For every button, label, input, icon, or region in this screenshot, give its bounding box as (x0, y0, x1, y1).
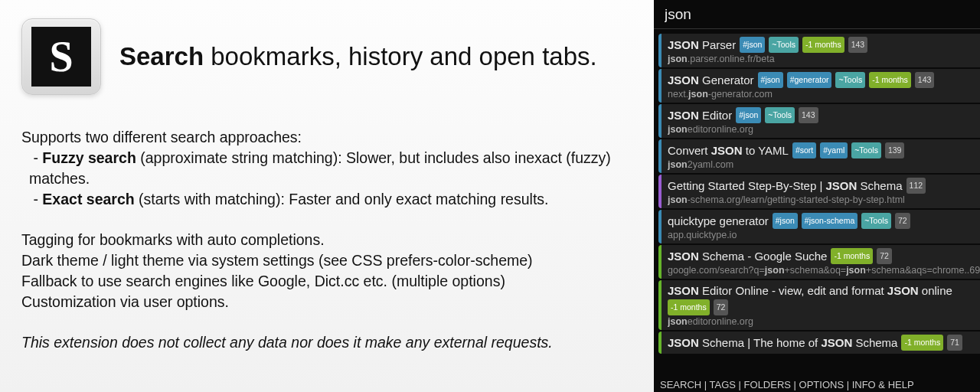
badge: -1 months (901, 335, 943, 351)
result-url: google.com/search?q=json+schema&oq=json+… (668, 265, 980, 276)
badge: 71 (947, 335, 962, 351)
badge: -1 months (802, 37, 844, 53)
badge: #json (758, 72, 783, 88)
result-title: JSON Schema | The home of JSON Schema-1 … (668, 335, 980, 351)
badge: #json (736, 107, 761, 123)
result-title: JSON Schema - Google Suche-1 months72 (668, 248, 980, 264)
result-url: json-schema.org/learn/getting-started-st… (668, 194, 980, 205)
footer-bar: SEARCH | TAGS | FOLDERS | OPTIONS | INFO… (654, 377, 980, 392)
search-input[interactable] (665, 6, 980, 23)
badge: #generator (787, 72, 832, 88)
result-item[interactable]: Convert JSON to YAML#sort#yaml~Tools139j… (658, 139, 980, 173)
badge: 143 (848, 37, 868, 53)
desc-disclaimer: This extension does not collect any data… (21, 334, 553, 351)
badge-row: -1 months72 (668, 299, 980, 315)
badge: 72 (895, 213, 910, 229)
results-list: JSON Parser#json~Tools-1 months143json.p… (654, 29, 980, 377)
logo-letter: S (31, 27, 91, 87)
result-item[interactable]: Getting Started Step-By-Step | JSON Sche… (658, 175, 980, 208)
badge: #json-schema (802, 213, 858, 229)
result-title: JSON Editor Online - view, edit and form… (668, 283, 980, 298)
badge: -1 months (831, 248, 873, 264)
result-item[interactable]: JSON Schema | The home of JSON Schema-1 … (658, 332, 980, 354)
badge: 72 (877, 248, 892, 264)
badge: ~Tools (851, 142, 881, 158)
result-url: jsoneditoronline.org (668, 316, 980, 327)
badge: 139 (885, 142, 905, 158)
badge: #json (773, 213, 798, 229)
result-title: Convert JSON to YAML#sort#yaml~Tools139 (668, 142, 980, 158)
desc-exact: - Exact search (starts with matching): F… (21, 189, 643, 210)
badge: #json (740, 37, 765, 53)
badge: ~Tools (835, 72, 865, 88)
desc-line6: Customization via user options. (21, 292, 643, 312)
result-title: quicktype generator#json#json-schema~Too… (668, 213, 980, 229)
badge: ~Tools (769, 37, 799, 53)
badge: -1 months (668, 299, 710, 315)
tagline: Search bookmarks, history and open tabs. (119, 42, 597, 71)
result-title: JSON Editor#json~Tools143 (668, 107, 980, 123)
desc-exact-label: Exact search (42, 191, 134, 207)
desc-fuzzy: - Fuzzy search (approximate string match… (21, 148, 643, 189)
desc-intro: Supports two different search approaches… (21, 127, 643, 148)
desc-line4: Dark theme / light theme via system sett… (21, 250, 643, 271)
badge: #yaml (820, 142, 848, 158)
result-item[interactable]: JSON Parser#json~Tools-1 months143json.p… (658, 34, 980, 67)
result-url: app.quicktype.io (668, 230, 980, 240)
desc-line5: Fallback to use search engines like Goog… (21, 271, 643, 292)
result-item[interactable]: JSON Editor Online - view, edit and form… (658, 280, 980, 330)
search-bar (654, 0, 980, 29)
result-title: Getting Started Step-By-Step | JSON Sche… (668, 178, 980, 194)
result-url: jsoneditoronline.org (668, 124, 980, 135)
result-url: json2yaml.com (668, 159, 980, 170)
result-item[interactable]: JSON Schema - Google Suche-1 months72goo… (658, 245, 980, 279)
badge: 143 (915, 72, 935, 88)
result-item[interactable]: JSON Generator#json#generator~Tools-1 mo… (658, 69, 980, 103)
app-logo: S (21, 18, 101, 95)
result-url: json.parser.online.fr/beta (668, 54, 980, 64)
result-item[interactable]: quicktype generator#json#json-schema~Too… (658, 210, 980, 243)
result-title: JSON Parser#json~Tools-1 months143 (668, 37, 980, 53)
tagline-rest: bookmarks, history and open tabs. (204, 42, 597, 70)
badge: -1 months (869, 72, 911, 88)
badge: ~Tools (765, 107, 795, 123)
desc-fuzzy-label: Fuzzy search (42, 149, 136, 166)
badge: 143 (799, 107, 818, 123)
badge: 72 (714, 299, 729, 315)
result-title: JSON Generator#json#generator~Tools-1 mo… (668, 72, 980, 88)
desc-line3: Tagging for bookmarks with auto completi… (21, 230, 643, 250)
badge: ~Tools (861, 213, 891, 229)
tagline-strong: Search (119, 42, 204, 70)
promo-panel: S Search bookmarks, history and open tab… (0, 0, 654, 392)
result-url: next.json-generator.com (668, 89, 980, 100)
extension-popup: PRECISE JSON Parser#json~Tools-1 months1… (654, 0, 980, 392)
badge: #sort (792, 142, 816, 158)
footer-nav[interactable]: SEARCH | TAGS | FOLDERS | OPTIONS | INFO… (660, 379, 914, 390)
result-item[interactable]: JSON Editor#json~Tools143jsoneditoronlin… (658, 104, 980, 138)
desc-exact-rest: (starts with matching): Faster and only … (135, 191, 549, 207)
description-body: Supports two different search approaches… (21, 127, 643, 353)
badge: 112 (906, 178, 926, 194)
